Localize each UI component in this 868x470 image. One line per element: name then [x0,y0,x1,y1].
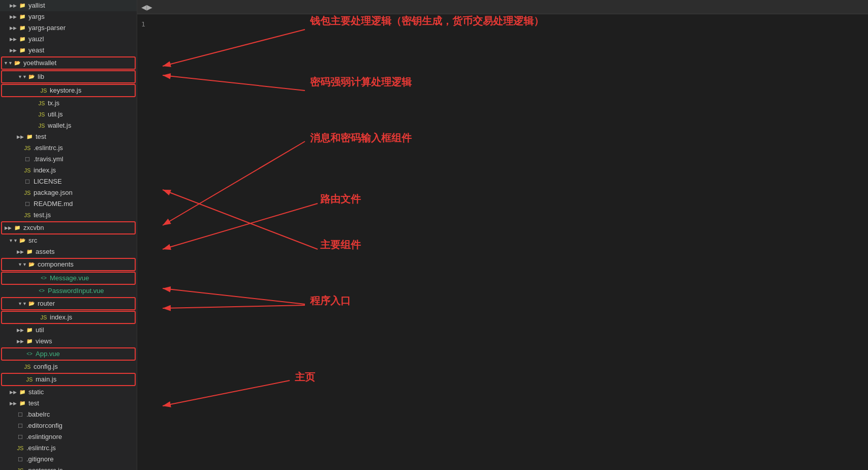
js-file-icon: JS [38,99,46,107]
tree-item-yallist[interactable]: ▶ 📁 yallist [0,0,137,11]
js-file-icon: JS [23,189,32,197]
tree-item-static[interactable]: ▶ 📁 static [0,387,137,398]
navigation-arrows[interactable]: ◀▶ [141,3,152,11]
svg-line-1 [163,30,305,66]
tree-item-label: .eslintignore [26,431,62,443]
arrow-overlay [137,0,868,470]
tree-item-App.vue[interactable]: <> App.vue [2,348,135,360]
folder-icon: 📁 [25,248,34,256]
folder-open-icon: 📂 [27,260,36,269]
tree-item-util[interactable]: ▶ 📁 util [0,325,137,336]
tree-item-index.js[interactable]: JS index.js [0,165,137,176]
caret-right-icon: ▶ [9,388,17,396]
svg-line-8 [163,380,290,406]
folder-icon: 📁 [18,35,26,43]
caret-down-icon: ▼ [18,260,26,269]
tree-item-label: .gitignore [26,454,53,465]
highlight-box-lib: ▼ 📂 lib [1,70,136,83]
highlight-box-yoethwallet: ▼ 📂 yoethwallet [1,56,136,70]
tree-item-label: assets [36,246,55,257]
svg-line-5 [163,190,318,249]
js-file-icon: JS [16,444,24,452]
caret-down-icon: ▼ [4,59,12,67]
tree-item-.eslintrc.js2[interactable]: JS .eslintrc.js [0,443,137,454]
file-icon: ☐ [16,410,24,419]
tree-item-test2[interactable]: ▶ 📁 test [0,398,137,409]
annotation-ann4: 路由文件 [320,192,361,206]
caret-down-icon: ▼ [18,73,26,81]
highlight-box-Message.vue: <> Message.vue [1,272,136,285]
tree-item-.babelrc[interactable]: ☐ .babelrc [0,409,137,420]
tree-item-util.js[interactable]: JS util.js [0,109,137,120]
tree-item-label: views [36,336,52,347]
highlight-box-App.vue: <> App.vue [1,347,136,361]
tree-item-label: App.vue [36,348,60,360]
tree-item-yoethwallet[interactable]: ▼ 📂 yoethwallet [2,57,135,69]
tree-item-keystore.js[interactable]: JS keystore.js [2,85,135,96]
svg-line-3 [163,141,305,225]
tree-item-.eslintrc.js[interactable]: JS .eslintrc.js [0,142,137,154]
tree-item-label: .travis.yml [34,154,64,165]
tree-item-router[interactable]: ▼ 📂 router [2,298,135,309]
tree-item-label: yallist [28,0,45,11]
tree-item-label: tx.js [48,98,59,109]
tree-item-label: Message.vue [50,273,89,284]
tree-item-views[interactable]: ▶ 📁 views [0,336,137,347]
tree-item-package.json[interactable]: JS package.json [0,187,137,198]
tree-item-router-index.js[interactable]: JS index.js [2,312,135,323]
tree-item-label: components [38,259,74,270]
tree-item-assets[interactable]: ▶ 📁 assets [0,246,137,257]
tree-item-PasswordInput.vue[interactable]: <> PasswordInput.vue [0,285,137,297]
tree-item-.eslintignore[interactable]: ☐ .eslintignore [0,431,137,443]
folder-icon: 📁 [18,399,26,407]
tree-item-.gitignore[interactable]: ☐ .gitignore [0,454,137,465]
tree-item-test[interactable]: ▶ 📁 test [0,131,137,142]
caret-down-icon: ▼ [18,300,26,308]
tree-item-.travis.yml[interactable]: ☐ .travis.yml [0,154,137,165]
file-icon: ☐ [16,455,24,463]
caret-right-icon: ▶ [16,248,24,256]
js-file-icon: JS [40,86,48,95]
tree-item-yargs[interactable]: ▶ 📁 yargs [0,11,137,22]
tree-item-label: src [28,235,37,246]
tree-item-zxcvbn[interactable]: ▶ 📁 zxcvbn [2,222,135,233]
highlight-box-zxcvbn: ▶ 📁 zxcvbn [1,221,136,234]
js-file-icon: JS [16,466,24,470]
tree-item-yeast[interactable]: ▶ 📁 yeast [0,45,137,56]
tree-item-components[interactable]: ▼ 📂 components [2,259,135,270]
js-file-icon: JS [38,122,46,130]
tree-item-.editorconfig[interactable]: ☐ .editorconfig [0,420,137,431]
tree-item-yargs-parser[interactable]: ▶ 📁 yargs-parser [0,22,137,34]
caret-right-icon: ▶ [4,224,12,232]
tree-item-tx.js[interactable]: JS tx.js [0,98,137,109]
tree-item-label: yoethwallet [23,57,56,69]
tree-item-Message.vue[interactable]: <> Message.vue [2,273,135,284]
tree-item-label: index.js [34,165,56,176]
tree-item-label: util.js [48,109,63,120]
file-tree[interactable]: ▶ 📁 yallist ▶ 📁 yargs ▶ 📁 yargs-parser ▶… [0,0,137,470]
tree-item-main.js[interactable]: JS main.js [2,374,135,385]
tree-item-label: LICENSE [34,176,62,187]
tree-item-config.js[interactable]: JS config.js [0,361,137,372]
folder-icon: 📁 [18,46,26,54]
tree-item-label: index.js [50,312,72,323]
tree-item-lib[interactable]: ▼ 📂 lib [2,71,135,82]
tree-item-label: router [38,298,55,309]
svg-line-6 [163,288,305,304]
folder-icon: 📁 [18,24,26,32]
tree-item-test.js[interactable]: JS test.js [0,210,137,221]
folder-icon: 📁 [25,326,34,334]
tree-item-label: package.json [34,187,73,198]
tree-item-label: zxcvbn [23,222,44,233]
file-icon: ☐ [16,433,24,441]
tree-item-label: util [36,325,44,336]
tree-item-README.md[interactable]: ☐ README.md [0,198,137,210]
tree-item-src[interactable]: ▼ 📂 src [0,235,137,246]
tree-item-yauzl[interactable]: ▶ 📁 yauzl [0,34,137,45]
tree-item-label: test [36,131,46,142]
tree-item-.postcssrc.js[interactable]: JS .postcssrc.js [0,465,137,470]
vue-file-icon: <> [38,287,46,295]
tree-item-wallet.js[interactable]: JS wallet.js [0,120,137,131]
tree-item-LICENSE[interactable]: ☐ LICENSE [0,176,137,187]
file-icon: ☐ [23,155,32,163]
